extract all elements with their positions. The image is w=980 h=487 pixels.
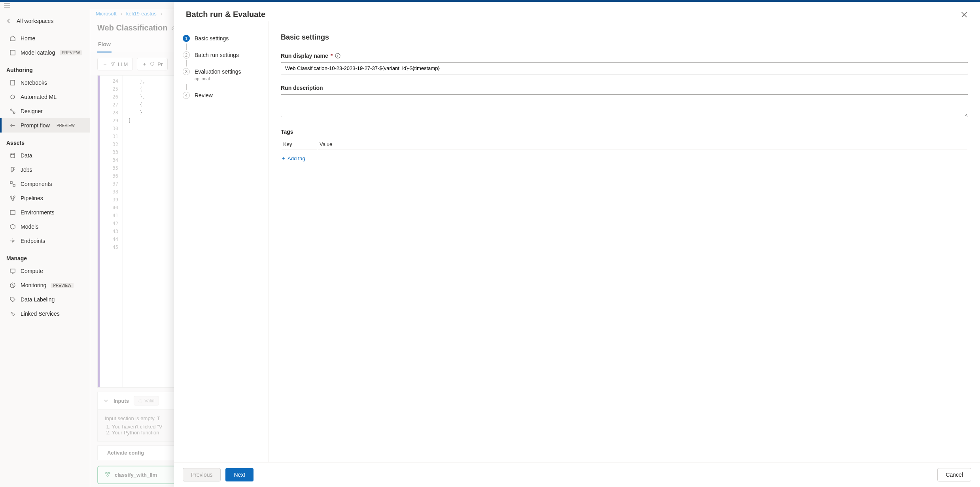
run-name-input[interactable] [281,62,968,74]
sidebar-item-model-catalog[interactable]: Model catalog PREVIEW [0,45,90,60]
components-icon [9,181,16,187]
run-name-field: Run display name * [281,53,968,74]
run-description-input[interactable] [281,94,968,117]
sidebar-item-models[interactable]: Models [0,220,90,234]
svg-rect-10 [13,184,15,186]
step-number-icon: 2 [183,51,190,59]
sidebar-item-label: Endpoints [21,238,45,244]
step-sublabel: optional [195,75,241,82]
step-number-icon: 3 [183,68,190,75]
sidebar-item-components[interactable]: Components [0,177,90,191]
tags-label: Tags [281,129,968,135]
sidebar-item-data[interactable]: Data [0,148,90,163]
sidebar-item-label: Components [21,181,52,187]
sidebar: All workspaces Home Model catalog PREVIE… [0,9,90,487]
preview-badge: PREVIEW [51,283,73,288]
sidebar-item-designer[interactable]: Designer [0,104,90,118]
sidebar-item-datalabeling[interactable]: Data Labeling [0,292,90,307]
monitoring-icon [9,282,16,288]
preview-badge: PREVIEW [60,50,82,55]
sidebar-item-monitoring[interactable]: Monitoring PREVIEW [0,278,90,292]
svg-rect-4 [11,80,15,85]
back-arrow-icon [6,18,12,24]
linked-icon [9,311,16,317]
back-label: All workspaces [17,18,53,24]
cancel-button[interactable]: Cancel [937,468,971,481]
next-button[interactable]: Next [225,468,254,481]
sidebar-section-manage: Manage [0,248,90,264]
wizard-step-basic[interactable]: 1 Basic settings [183,33,260,44]
add-tag-button[interactable]: ＋ Add tag [281,155,968,162]
dialog-title: Batch run & Evaluate [186,10,265,19]
menu-icon[interactable] [4,3,10,9]
run-name-label: Run display name * [281,53,968,59]
sidebar-item-label: Monitoring [21,282,46,288]
jobs-icon [9,167,16,173]
step-label: Evaluation settings optional [195,68,241,82]
info-icon[interactable] [335,53,341,59]
sidebar-item-label: Designer [21,108,43,114]
svg-point-15 [12,240,13,242]
datalabeling-icon [9,296,16,303]
preview-badge: PREVIEW [55,123,77,128]
svg-point-13 [12,199,13,201]
sidebar-item-notebooks[interactable]: Notebooks [0,76,90,90]
sidebar-section-authoring: Authoring [0,60,90,76]
svg-rect-9 [10,182,12,184]
step-connector [186,84,187,90]
required-asterisk: * [331,53,333,59]
models-icon [9,224,16,230]
sidebar-item-linked[interactable]: Linked Services [0,307,90,321]
step-label: Basic settings [195,35,229,42]
wizard-step-batchrun[interactable]: 2 Batch run settings [183,50,260,60]
sidebar-item-pipelines[interactable]: Pipelines [0,191,90,205]
wizard-step-eval[interactable]: 3 Evaluation settings optional [183,66,260,84]
step-connector [186,44,187,50]
sidebar-item-label: Notebooks [21,80,47,86]
data-icon [9,152,16,159]
sidebar-item-label: Models [21,224,38,230]
sidebar-item-label: Home [21,35,35,42]
svg-point-8 [11,153,15,155]
batch-run-evaluate-dialog: Batch run & Evaluate 1 Basic settings 2 … [174,2,980,487]
sidebar-item-promptflow[interactable]: Prompt flow PREVIEW [0,118,90,133]
tags-field: Tags Key Value ＋ Add tag [281,129,968,162]
run-description-field: Run description [281,85,968,118]
step-label: Review [195,92,213,99]
sidebar-item-label: Data [21,152,32,159]
svg-rect-14 [10,210,15,214]
svg-rect-16 [10,269,15,272]
environments-icon [9,209,16,216]
dialog-footer: Previous Next Cancel [174,462,980,487]
step-label: Batch run settings [195,51,239,59]
step-number-icon: 4 [183,92,190,99]
pipelines-icon [9,195,16,201]
promptflow-icon [9,122,16,129]
content-heading: Basic settings [281,33,968,42]
home-icon [9,35,16,42]
sidebar-item-environments[interactable]: Environments [0,205,90,220]
sidebar-item-home[interactable]: Home [0,31,90,45]
compute-icon [9,268,16,274]
sidebar-item-endpoints[interactable]: Endpoints [0,234,90,248]
tags-table: Key Value [281,138,968,151]
tags-col-value: Value [318,139,967,150]
sidebar-section-assets: Assets [0,133,90,148]
sidebar-item-label: Data Labeling [21,296,55,303]
back-to-workspaces[interactable]: All workspaces [0,15,90,31]
sidebar-item-label: Jobs [21,167,32,173]
svg-rect-3 [10,50,15,55]
sidebar-item-jobs[interactable]: Jobs [0,163,90,177]
dialog-content: Basic settings Run display name * Run de… [269,21,980,462]
sidebar-item-automl[interactable]: Automated ML [0,90,90,104]
notebook-icon [9,80,16,86]
sidebar-item-label: Prompt flow [21,122,50,129]
svg-point-11 [10,196,12,197]
sidebar-item-compute[interactable]: Compute [0,264,90,278]
svg-point-12 [13,196,15,197]
close-icon[interactable] [960,11,968,19]
wizard-step-review[interactable]: 4 Review [183,90,260,100]
designer-icon [9,108,16,114]
wizard-steps: 1 Basic settings 2 Batch run settings 3 … [174,21,269,462]
sidebar-item-label: Automated ML [21,94,57,100]
